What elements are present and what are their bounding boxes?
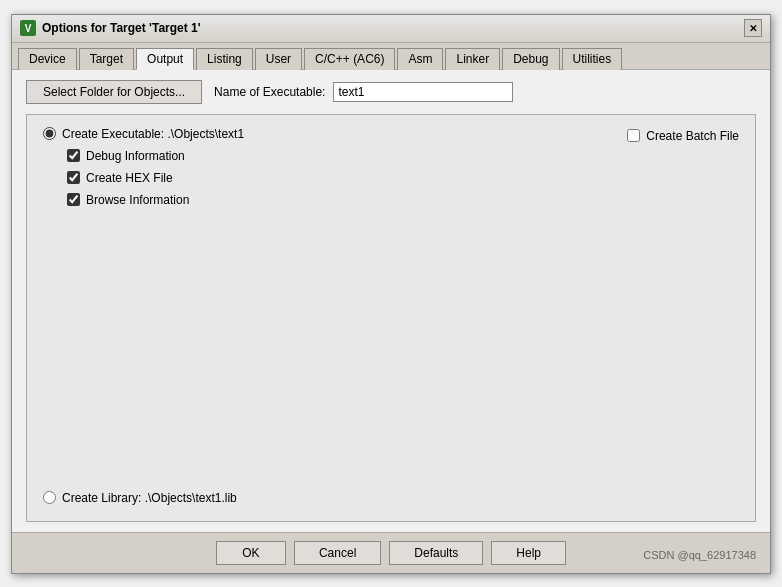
tab-cc-ac6[interactable]: C/C++ (AC6) xyxy=(304,48,395,70)
tabs-row: Device Target Output Listing User C/C++ … xyxy=(12,43,770,70)
title-bar: V Options for Target 'Target 1' ✕ xyxy=(12,15,770,43)
main-group: Create Executable: .\Objects\text1 Debug… xyxy=(26,114,756,522)
debug-info-checkbox[interactable] xyxy=(67,149,80,162)
left-section: Create Executable: .\Objects\text1 Debug… xyxy=(43,127,244,207)
select-folder-button[interactable]: Select Folder for Objects... xyxy=(26,80,202,104)
create-batch-label: Create Batch File xyxy=(646,129,739,143)
spacer xyxy=(43,217,739,481)
debug-info-label: Debug Information xyxy=(86,149,185,163)
tab-target[interactable]: Target xyxy=(79,48,134,70)
create-executable-label: Create Executable: .\Objects\text1 xyxy=(62,127,244,141)
name-label: Name of Executable: xyxy=(214,85,325,99)
checkbox-group: Debug Information Create HEX File Browse… xyxy=(67,149,244,207)
debug-info-row: Debug Information xyxy=(67,149,244,163)
tab-debug[interactable]: Debug xyxy=(502,48,559,70)
footer: OK Cancel Defaults Help CSDN @qq_6291734… xyxy=(12,532,770,573)
tab-listing[interactable]: Listing xyxy=(196,48,253,70)
tab-device[interactable]: Device xyxy=(18,48,77,70)
header-row: Select Folder for Objects... Name of Exe… xyxy=(26,80,756,104)
radio-create-library[interactable] xyxy=(43,491,56,504)
tab-linker[interactable]: Linker xyxy=(445,48,500,70)
radio-create-library-row: Create Library: .\Objects\text1.lib xyxy=(43,491,739,505)
ok-button[interactable]: OK xyxy=(216,541,286,565)
browse-info-row: Browse Information xyxy=(67,193,244,207)
app-icon: V xyxy=(20,20,36,36)
radio-create-executable[interactable] xyxy=(43,127,56,140)
close-button[interactable]: ✕ xyxy=(744,19,762,37)
radio-create-executable-row: Create Executable: .\Objects\text1 xyxy=(43,127,244,141)
create-hex-checkbox[interactable] xyxy=(67,171,80,184)
title-bar-left: V Options for Target 'Target 1' xyxy=(20,20,201,36)
create-batch-checkbox[interactable] xyxy=(627,129,640,142)
tab-asm[interactable]: Asm xyxy=(397,48,443,70)
create-hex-label: Create HEX File xyxy=(86,171,173,185)
defaults-button[interactable]: Defaults xyxy=(389,541,483,565)
browse-info-checkbox[interactable] xyxy=(67,193,80,206)
top-section: Create Executable: .\Objects\text1 Debug… xyxy=(43,127,739,207)
create-library-label: Create Library: .\Objects\text1.lib xyxy=(62,491,237,505)
tab-user[interactable]: User xyxy=(255,48,302,70)
tab-utilities[interactable]: Utilities xyxy=(562,48,623,70)
content-area: Select Folder for Objects... Name of Exe… xyxy=(12,70,770,532)
dialog: V Options for Target 'Target 1' ✕ Device… xyxy=(11,14,771,574)
name-row: Name of Executable: xyxy=(214,82,513,102)
cancel-button[interactable]: Cancel xyxy=(294,541,381,565)
watermark: CSDN @qq_62917348 xyxy=(643,549,756,561)
help-button[interactable]: Help xyxy=(491,541,566,565)
batch-file-area: Create Batch File xyxy=(627,129,739,143)
dialog-title: Options for Target 'Target 1' xyxy=(42,21,201,35)
tab-output[interactable]: Output xyxy=(136,48,194,70)
name-input[interactable] xyxy=(333,82,513,102)
create-hex-row: Create HEX File xyxy=(67,171,244,185)
browse-info-label: Browse Information xyxy=(86,193,189,207)
